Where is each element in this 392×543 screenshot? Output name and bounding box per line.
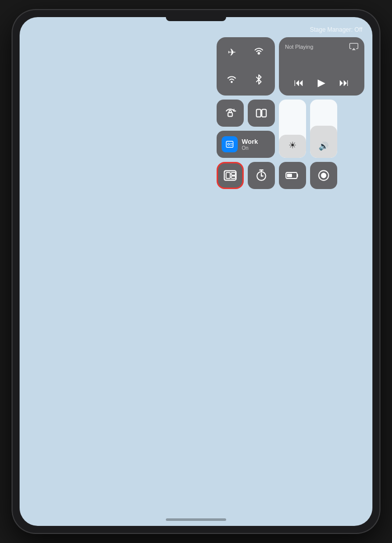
camera-bar (166, 17, 226, 21)
wifi-icon (226, 73, 238, 85)
ipad-screen: Stage Manager: Off ✈ (20, 17, 372, 526)
screen-lock-button[interactable] (217, 100, 244, 127)
lock-rotation-icon (224, 107, 237, 120)
stage-manager-label: Stage Manager: Off (310, 26, 362, 33)
svg-rect-11 (226, 172, 230, 178)
work-title: Work (242, 138, 258, 145)
cc-row-2: Work On ☀ 🔊 (217, 100, 364, 158)
screen-record-button[interactable] (310, 162, 337, 189)
now-playing-label: Not Playing (285, 44, 313, 50)
work-status: On (242, 145, 258, 151)
hotspot-button[interactable] (247, 40, 271, 64)
bluetooth-button[interactable] (247, 67, 271, 92)
focus-work-button[interactable]: Work On (217, 131, 275, 158)
cc-row-3 (217, 162, 364, 189)
connectivity-block: ✈ (217, 37, 275, 96)
svg-point-0 (258, 52, 260, 55)
left-col: Work On (217, 100, 275, 158)
battery-icon (285, 169, 300, 182)
svg-marker-2 (352, 48, 356, 50)
timer-icon (255, 169, 268, 182)
svg-rect-12 (231, 172, 235, 175)
play-button[interactable]: ▶ (316, 74, 327, 90)
control-center: ✈ (217, 37, 364, 189)
lock-mirror-row (217, 100, 275, 127)
brightness-icon: ☀ (288, 140, 297, 151)
brightness-slider[interactable]: ☀ (279, 100, 306, 158)
mirror-icon (255, 107, 268, 120)
work-icon-bg (222, 136, 238, 152)
cc-row-1: ✈ (217, 37, 364, 96)
svg-rect-5 (262, 109, 266, 117)
hotspot-icon (253, 46, 265, 58)
volume-icon: 🔊 (319, 141, 329, 151)
next-button[interactable]: ⏭ (337, 75, 351, 90)
timer-button[interactable] (248, 162, 275, 189)
low-power-button[interactable] (279, 162, 306, 189)
work-text: Work On (242, 138, 258, 151)
volume-slider[interactable]: 🔊 (310, 100, 337, 158)
id-card-icon (225, 140, 234, 149)
svg-point-7 (228, 143, 230, 145)
ipad-frame: Stage Manager: Off ✈ (13, 10, 379, 533)
bluetooth-icon (253, 74, 264, 85)
svg-point-1 (231, 81, 233, 83)
multitasking-button[interactable] (217, 162, 244, 189)
svg-point-22 (321, 173, 327, 178)
multitask-icon (223, 168, 237, 183)
svg-rect-3 (228, 113, 233, 117)
now-playing-block: Not Playing ⏮ ▶ ⏭ (279, 37, 364, 96)
screen-mirror-button[interactable] (248, 100, 275, 127)
airplay-icon[interactable] (349, 42, 358, 51)
home-indicator (166, 518, 226, 521)
svg-rect-13 (231, 176, 235, 178)
now-playing-controls: ⏮ ▶ ⏭ (285, 74, 358, 90)
now-playing-top: Not Playing (285, 42, 358, 51)
wifi-button[interactable] (220, 67, 244, 92)
prev-button[interactable]: ⏮ (292, 75, 306, 90)
airplane-mode-button[interactable]: ✈ (220, 40, 244, 64)
svg-rect-20 (287, 174, 292, 177)
svg-rect-4 (256, 109, 261, 117)
record-icon (317, 169, 330, 182)
